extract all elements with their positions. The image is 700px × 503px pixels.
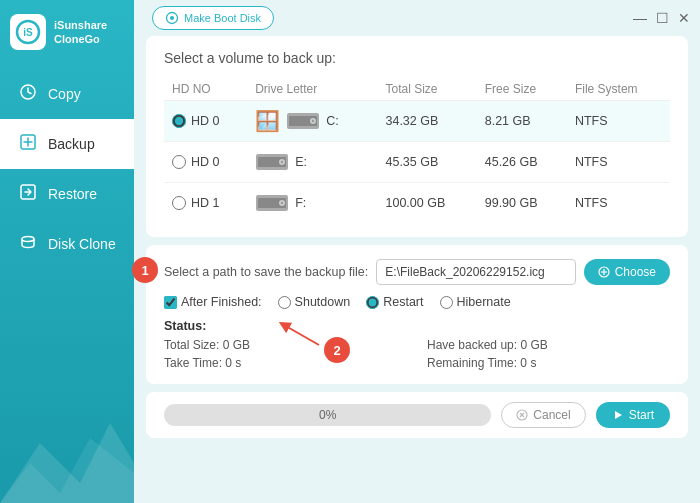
play-icon bbox=[612, 409, 624, 421]
svg-point-15 bbox=[312, 120, 314, 122]
col-drive: Drive Letter bbox=[247, 78, 377, 101]
svg-point-23 bbox=[281, 202, 283, 204]
hdd-icon bbox=[286, 109, 320, 133]
restore-icon bbox=[18, 183, 38, 205]
path-row: Select a path to save the backup file: C… bbox=[164, 259, 670, 285]
sidebar-restore-label: Restore bbox=[48, 186, 97, 202]
after-finished-check[interactable] bbox=[164, 296, 177, 309]
windows-flag-icon: 🪟 bbox=[255, 109, 280, 133]
sidebar-nav: Copy Backup Restore bbox=[0, 69, 134, 269]
logo-area: iS iSunshare CloneGo bbox=[0, 0, 134, 64]
restart-label: Restart bbox=[383, 295, 423, 309]
after-finished-checkbox[interactable]: After Finished: bbox=[164, 295, 262, 309]
restart-option[interactable]: Restart bbox=[366, 295, 423, 309]
volume-table: HD NO Drive Letter Total Size Free Size … bbox=[164, 78, 670, 223]
hdd-icon bbox=[255, 150, 289, 174]
svg-point-7 bbox=[22, 237, 34, 242]
options-row: After Finished: Shutdown Restart Hiberna… bbox=[164, 295, 670, 309]
cancel-icon bbox=[516, 409, 528, 421]
sidebar-bottom bbox=[0, 269, 134, 503]
take-time-status: Take Time: 0 s bbox=[164, 356, 407, 370]
shutdown-label: Shutdown bbox=[295, 295, 351, 309]
sidebar-backup-label: Backup bbox=[48, 136, 95, 152]
logo-icon: iS bbox=[10, 14, 46, 50]
volume-panel: Select a volume to back up: HD NO Drive … bbox=[146, 36, 688, 237]
boot-disk-icon bbox=[165, 11, 179, 25]
make-boot-button[interactable]: Make Boot Disk bbox=[152, 6, 274, 30]
hibernate-label: Hibernate bbox=[457, 295, 511, 309]
close-button[interactable]: ✕ bbox=[676, 10, 692, 26]
shutdown-option[interactable]: Shutdown bbox=[278, 295, 351, 309]
hdd-icon bbox=[255, 191, 289, 215]
svg-point-11 bbox=[170, 16, 174, 20]
annotation-1: 1 bbox=[132, 257, 158, 283]
backup-panel: 1 Select a path to save the backup file:… bbox=[146, 245, 688, 384]
progress-bar-container: 0% bbox=[164, 404, 491, 426]
title-bar: Make Boot Disk — ☐ ✕ bbox=[134, 0, 700, 36]
main-content: Make Boot Disk — ☐ ✕ Select a volume to … bbox=[134, 0, 700, 503]
remaining-time-status: Remaining Time: 0 s bbox=[427, 356, 670, 370]
maximize-button[interactable]: ☐ bbox=[654, 10, 670, 26]
status-section: Status: Total Size: 0 GB Have backed up:… bbox=[164, 319, 670, 370]
restart-radio[interactable] bbox=[366, 296, 379, 309]
volume-radio-hd0-c[interactable] bbox=[172, 114, 186, 128]
after-finished-label: After Finished: bbox=[181, 295, 262, 309]
start-button[interactable]: Start bbox=[596, 402, 670, 428]
copy-icon bbox=[18, 83, 38, 105]
sidebar-diskclone-label: Disk Clone bbox=[48, 236, 116, 252]
sidebar-copy-label: Copy bbox=[48, 86, 81, 102]
have-backed-status: Have backed up: 0 GB bbox=[427, 338, 670, 352]
volume-panel-title: Select a volume to back up: bbox=[164, 50, 670, 66]
sidebar: iS iSunshare CloneGo Copy bbox=[0, 0, 134, 503]
col-fs: File System bbox=[567, 78, 670, 101]
col-hdno: HD NO bbox=[164, 78, 247, 101]
choose-button[interactable]: Choose bbox=[584, 259, 670, 285]
col-total: Total Size bbox=[377, 78, 476, 101]
sidebar-item-copy[interactable]: Copy bbox=[0, 69, 134, 119]
table-row[interactable]: HD 0 E: bbox=[164, 142, 670, 183]
path-label: Select a path to save the backup file: bbox=[164, 265, 368, 279]
path-input[interactable] bbox=[376, 259, 575, 285]
hibernate-radio[interactable] bbox=[440, 296, 453, 309]
svg-text:iS: iS bbox=[23, 27, 33, 38]
table-row[interactable]: HD 1 F: bbox=[164, 183, 670, 224]
shutdown-radio[interactable] bbox=[278, 296, 291, 309]
sidebar-item-disk-clone[interactable]: Disk Clone bbox=[0, 219, 134, 269]
minimize-button[interactable]: — bbox=[632, 10, 648, 26]
status-grid: Total Size: 0 GB Have backed up: 0 GB Ta… bbox=[164, 338, 670, 370]
sidebar-item-backup[interactable]: Backup bbox=[0, 119, 134, 169]
progress-area: 0% Cancel Start bbox=[146, 392, 688, 438]
table-row[interactable]: HD 0 🪟 C: bbox=[164, 101, 670, 142]
sidebar-item-restore[interactable]: Restore bbox=[0, 169, 134, 219]
hibernate-option[interactable]: Hibernate bbox=[440, 295, 511, 309]
progress-text: 0% bbox=[319, 408, 336, 422]
cancel-button[interactable]: Cancel bbox=[501, 402, 585, 428]
logo-text: iSunshare CloneGo bbox=[54, 18, 107, 47]
col-free: Free Size bbox=[477, 78, 567, 101]
volume-radio-hd1-f[interactable] bbox=[172, 196, 186, 210]
disk-clone-icon bbox=[18, 233, 38, 255]
volume-radio-hd0-e[interactable] bbox=[172, 155, 186, 169]
backup-icon bbox=[18, 133, 38, 155]
svg-point-19 bbox=[281, 161, 283, 163]
svg-marker-30 bbox=[615, 411, 622, 419]
plus-icon bbox=[598, 266, 610, 278]
total-size-status: Total Size: 0 GB bbox=[164, 338, 407, 352]
annotation-2: 2 bbox=[324, 337, 350, 363]
status-title: Status: bbox=[164, 319, 670, 333]
